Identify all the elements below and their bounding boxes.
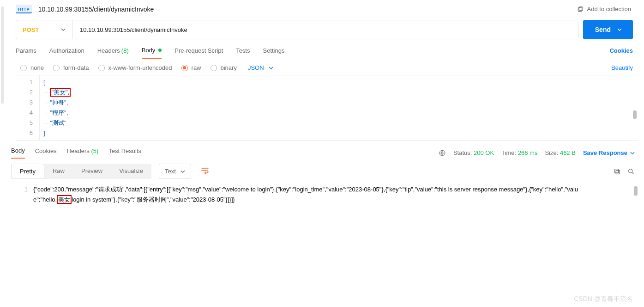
response-stats: Status: 200 OK Time: 266 ms Size: 462 B … bbox=[439, 149, 635, 157]
save-response-button[interactable]: Save Response bbox=[583, 149, 635, 156]
tab-body[interactable]: Body bbox=[142, 47, 162, 59]
url-input[interactable] bbox=[72, 20, 578, 39]
radio-urlencoded[interactable]: x-www-form-urlencoded bbox=[98, 64, 172, 71]
tab-prerequest[interactable]: Pre-request Script bbox=[175, 47, 223, 59]
radio-icon bbox=[211, 65, 217, 71]
tab-headers[interactable]: Headers (8) bbox=[97, 47, 129, 59]
tab-params[interactable]: Params bbox=[16, 47, 36, 59]
code-line: [ bbox=[43, 77, 638, 87]
viewer-tab-visualize[interactable]: Visualize bbox=[111, 164, 151, 179]
svg-rect-3 bbox=[616, 170, 620, 174]
copy-icon[interactable] bbox=[614, 168, 621, 175]
radio-form-data[interactable]: form-data bbox=[53, 64, 89, 71]
chevron-down-icon bbox=[617, 27, 622, 32]
scrollbar-thumb[interactable] bbox=[633, 111, 637, 119]
viewer-tab-raw[interactable]: Raw bbox=[44, 164, 73, 179]
code-line: ] bbox=[43, 128, 638, 138]
resp-tab-test-results[interactable]: Test Results bbox=[108, 147, 141, 158]
request-body-editor[interactable]: 1 2 3 4 5 6 [ ····"美女", ····"帅哥", ····"程… bbox=[16, 75, 638, 141]
svg-point-5 bbox=[629, 169, 632, 172]
svg-rect-4 bbox=[615, 169, 619, 172]
add-to-collection-button[interactable]: Add to collection bbox=[577, 6, 631, 12]
response-viewer-row: Pretty Raw Preview Visualize Text bbox=[0, 159, 644, 183]
code-line: ····"程序", bbox=[43, 108, 638, 118]
scrollbar-thumb[interactable] bbox=[634, 186, 638, 196]
response-code-area[interactable]: {"code":200,"message":"请求成功","data":[{"e… bbox=[33, 183, 635, 207]
code-line: ····"美女", bbox=[43, 87, 638, 98]
wrap-icon bbox=[200, 166, 210, 175]
cookies-link[interactable]: Cookies bbox=[609, 47, 633, 59]
viewer-right-actions bbox=[614, 168, 635, 175]
highlight-box: 美女 bbox=[57, 195, 72, 204]
body-type-row: none form-data x-www-form-urlencoded raw… bbox=[0, 60, 644, 75]
radio-raw[interactable]: raw bbox=[181, 64, 201, 71]
radio-binary[interactable]: binary bbox=[211, 64, 237, 71]
tab-settings[interactable]: Settings bbox=[263, 47, 284, 59]
response-line-gutter: 1 bbox=[11, 183, 33, 207]
chevron-down-icon bbox=[181, 169, 185, 174]
response-line: {"code":200,"message":"请求成功","data":[{"e… bbox=[33, 184, 587, 205]
tab-authorization[interactable]: Authorization bbox=[49, 47, 84, 59]
method-label: POST bbox=[23, 26, 39, 33]
chevron-down-icon bbox=[269, 66, 273, 70]
globe-icon bbox=[439, 149, 446, 157]
request-name: 10.10.10.99:30155/client/dynamicInvoke bbox=[38, 6, 154, 13]
resp-tab-headers[interactable]: Headers (5) bbox=[67, 147, 99, 158]
radio-icon bbox=[53, 65, 60, 71]
chevron-down-icon bbox=[630, 151, 635, 155]
beautify-button[interactable]: Beautify bbox=[611, 64, 633, 71]
viewer-tab-pretty[interactable]: Pretty bbox=[11, 164, 44, 179]
active-dot-icon bbox=[158, 49, 162, 52]
radio-none[interactable]: none bbox=[20, 64, 44, 71]
send-button[interactable]: Send bbox=[583, 20, 633, 39]
line-gutter: 1 2 3 4 5 6 bbox=[16, 75, 40, 140]
response-format-select[interactable]: Text bbox=[159, 164, 191, 179]
method-select[interactable]: POST bbox=[16, 20, 72, 39]
request-tabs: Params Authorization Headers (8) Body Pr… bbox=[0, 39, 644, 60]
send-label: Send bbox=[595, 26, 611, 33]
method-url-group: POST bbox=[16, 20, 578, 39]
radio-icon bbox=[181, 65, 188, 71]
highlight-box: "美女", bbox=[50, 88, 71, 97]
request-header-row: HTTP 10.10.10.99:30155/client/dynamicInv… bbox=[0, 0, 644, 16]
body-format-select[interactable]: JSON bbox=[248, 64, 273, 71]
tab-tests[interactable]: Tests bbox=[236, 47, 250, 59]
viewer-tab-preview[interactable]: Preview bbox=[73, 164, 111, 179]
folder-add-icon bbox=[577, 6, 584, 12]
chevron-down-icon bbox=[61, 27, 66, 32]
wrap-lines-button[interactable] bbox=[196, 164, 214, 179]
response-body-editor[interactable]: 1 {"code":200,"message":"请求成功","data":[{… bbox=[11, 183, 635, 207]
method-url-row: POST Send bbox=[0, 16, 644, 39]
search-icon[interactable] bbox=[627, 168, 635, 175]
http-badge: HTTP bbox=[16, 5, 32, 13]
code-line: ····"测试" bbox=[43, 118, 638, 128]
radio-icon bbox=[20, 65, 27, 71]
time-stat: Time: 266 ms bbox=[501, 149, 537, 156]
resp-tab-body[interactable]: Body bbox=[11, 147, 25, 159]
size-stat: Size: 462 B bbox=[545, 149, 576, 156]
add-to-collection-label: Add to collection bbox=[587, 6, 631, 12]
response-tabs: Body Cookies Headers (5) Test Results St… bbox=[0, 141, 644, 159]
viewer-tabs: Pretty Raw Preview Visualize bbox=[11, 164, 151, 179]
watermark: CSDN @青春不流名 bbox=[574, 295, 633, 303]
status-stat: Status: 200 OK bbox=[453, 149, 494, 156]
code-line: ····"帅哥", bbox=[43, 98, 638, 108]
code-area[interactable]: [ ····"美女", ····"帅哥", ····"程序", ····"测试"… bbox=[40, 75, 638, 140]
left-scroll-hint bbox=[1, 6, 4, 104]
radio-icon bbox=[98, 65, 105, 71]
resp-tab-cookies[interactable]: Cookies bbox=[35, 147, 57, 158]
